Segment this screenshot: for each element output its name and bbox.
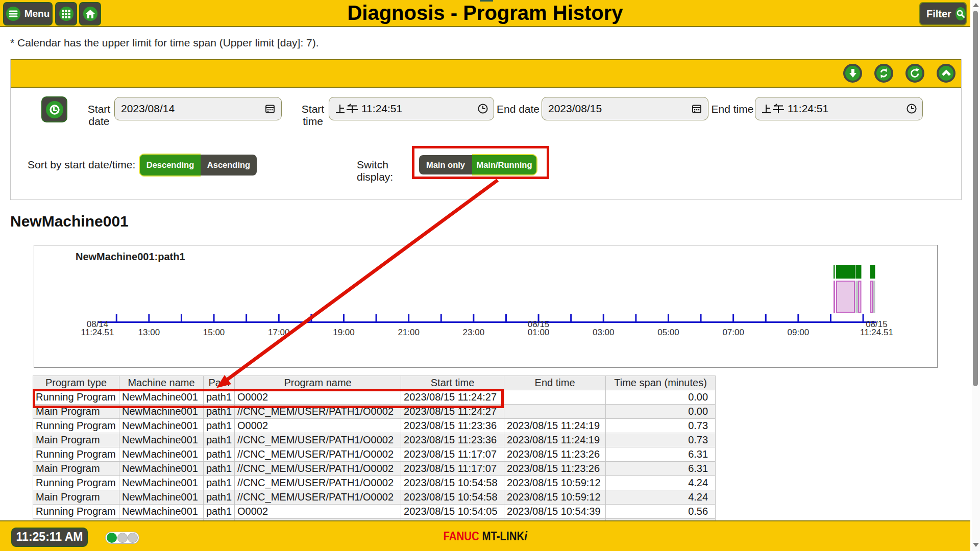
svg-text:17:00: 17:00 [268, 328, 290, 337]
svg-text:01:00: 01:00 [528, 328, 550, 337]
svg-text:21:00: 21:00 [398, 328, 420, 337]
svg-text:23:00: 23:00 [463, 328, 485, 337]
svg-text:11:24.51: 11:24.51 [81, 328, 114, 337]
svg-text:15:00: 15:00 [203, 328, 225, 337]
svg-text:11:24.51: 11:24.51 [860, 328, 893, 337]
svg-text:05:00: 05:00 [657, 328, 679, 337]
svg-text:03:00: 03:00 [593, 328, 615, 337]
svg-text:13:00: 13:00 [138, 328, 160, 337]
svg-text:07:00: 07:00 [722, 328, 744, 337]
svg-text:09:00: 09:00 [788, 328, 810, 337]
svg-text:19:00: 19:00 [333, 328, 355, 337]
